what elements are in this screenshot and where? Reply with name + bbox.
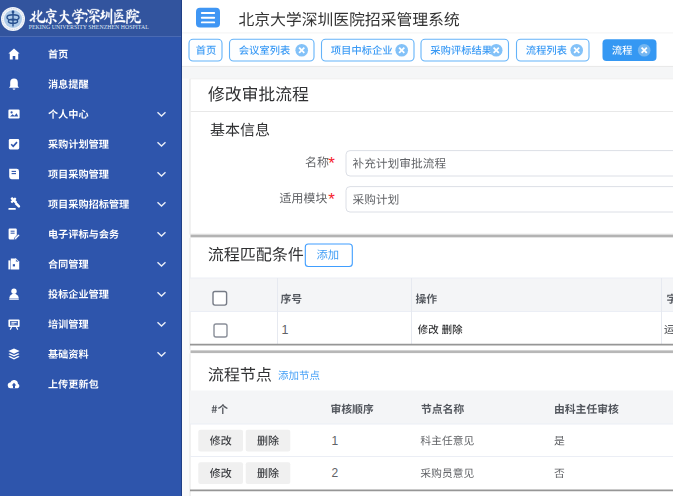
svg-text:PEKING UNIVERSITY SHENZHEN HOS: PEKING UNIVERSITY SHENZHEN HOSPITAL [29, 24, 149, 30]
svg-text:*: * [328, 154, 335, 173]
svg-text:1: 1 [282, 323, 289, 337]
svg-text:*: * [328, 190, 335, 209]
svg-text:2: 2 [332, 466, 339, 480]
svg-text:1: 1 [332, 434, 339, 448]
